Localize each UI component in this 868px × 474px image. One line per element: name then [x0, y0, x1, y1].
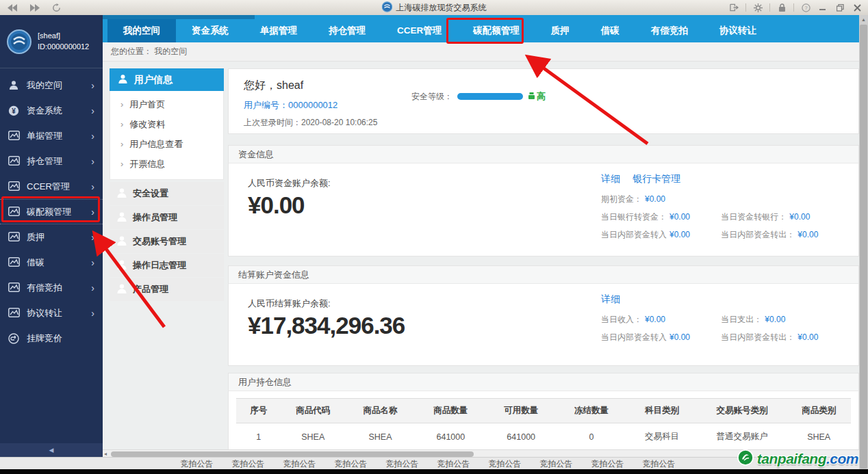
sidebar-item-ccer[interactable]: CCER管理 ›: [0, 174, 103, 199]
sidebar-item-label: CCER管理: [27, 181, 70, 193]
sidebar-item-funds[interactable]: ¥ 资金系统 ›: [0, 98, 103, 123]
auction-notice-link[interactable]: 竞拍公告: [437, 458, 470, 470]
submenu-section-operation-log-mgmt[interactable]: 操作日志管理: [110, 254, 224, 277]
tab-agreement-transfer[interactable]: 协议转让: [704, 19, 772, 42]
settings-gear-icon[interactable]: [752, 3, 763, 12]
sidebar-profile: [sheaf] ID:0000000012: [0, 15, 103, 68]
security-high-icon: [528, 92, 535, 102]
table-row[interactable]: 1 SHEA SHEA 641000 641000 0 交易科目 普通交易账户 …: [236, 423, 851, 451]
restore-button[interactable]: [834, 3, 845, 12]
internal-out-value: ¥0.00: [797, 230, 818, 239]
chevron-right-icon: ›: [91, 131, 94, 141]
auction-notice-link[interactable]: 竞拍公告: [489, 458, 522, 470]
browser-back-icon[interactable]: [7, 3, 18, 12]
tab-documents[interactable]: 单据管理: [244, 19, 313, 42]
chevron-right-icon: ›: [91, 81, 94, 90]
person-icon: [8, 80, 20, 90]
sidebar-item-carbon-quota[interactable]: 碳配额管理 ›: [0, 199, 103, 224]
tab-pledge[interactable]: 质押: [535, 19, 585, 42]
logout-icon[interactable]: [728, 3, 739, 12]
tab-ccer[interactable]: CCER管理: [381, 19, 457, 42]
sidebar-item-label: 借碳: [27, 256, 44, 269]
close-button[interactable]: [852, 3, 863, 12]
vertical-scrollbar[interactable]: ▲: [859, 15, 868, 469]
tab-funds-system[interactable]: 资金系统: [176, 19, 244, 42]
browser-forward-icon[interactable]: [29, 3, 40, 12]
browser-refresh-icon[interactable]: [51, 3, 62, 12]
help-icon[interactable]: ?: [800, 3, 811, 12]
minimize-button[interactable]: [817, 3, 828, 12]
breadcrumb-current: 我的空间: [154, 47, 187, 56]
bottom-strip: [0, 469, 868, 474]
sidebar-item-label: 单据管理: [27, 130, 62, 142]
submenu-link-invoice-info[interactable]: › 开票信息: [110, 154, 223, 174]
submenu-section-trading-account-mgmt[interactable]: 交易账号管理: [110, 230, 224, 253]
auction-notice-link[interactable]: 竞拍公告: [232, 458, 265, 470]
tab-carbon-quota[interactable]: 碳配额管理: [457, 19, 535, 42]
sidebar-item-label: 碳配额管理: [27, 206, 71, 218]
settlement-detail-link[interactable]: 详细: [601, 293, 620, 306]
last-login-label: 上次登录时间：: [244, 118, 301, 127]
funds-detail-link[interactable]: 详细: [601, 173, 620, 185]
security-level-bar: [457, 93, 523, 100]
auction-notice-link[interactable]: 竞拍公告: [181, 458, 214, 470]
auction-notice-link[interactable]: 竞拍公告: [386, 458, 419, 470]
auction-notice-link[interactable]: 竞拍公告: [643, 458, 676, 470]
settle-internal-in-value: ¥0.00: [669, 332, 690, 342]
settlement-balance-label: 人民币结算账户余额:: [248, 298, 331, 310]
submenu-header-label: 用户信息: [134, 74, 173, 86]
sidebar-user-id: ID:0000000012: [38, 42, 89, 53]
tab-my-space[interactable]: 我的空间: [107, 19, 176, 42]
col-header: 可用数量: [486, 399, 557, 423]
daily-expense-value: ¥0.00: [765, 315, 785, 324]
submenu-sections: 安全设置 操作员管理 交易账号管理 操作日志管理 产品管理: [110, 182, 224, 301]
sidebar-item-my-space[interactable]: 我的空间 ›: [0, 73, 103, 98]
auction-notice-link[interactable]: 竞拍公告: [283, 458, 316, 470]
bank-in-value: ¥0.00: [669, 212, 690, 222]
sidebar-item-agreement-transfer[interactable]: 协议转让 ›: [0, 300, 103, 326]
auction-notice-link[interactable]: 竞拍公告: [540, 458, 573, 470]
sidebar-item-listing-bidding[interactable]: 挂牌竞价: [0, 326, 103, 351]
sidebar-item-borrow-carbon[interactable]: 借碳 ›: [0, 250, 103, 275]
submenu-link-view-user-info[interactable]: › 用户信息查看: [110, 134, 223, 154]
chart-icon: [8, 207, 20, 217]
settle-internal-out-label: 当日内部资金转出：: [721, 332, 795, 342]
auction-notice-link[interactable]: 竞拍公告: [335, 458, 368, 470]
security-level: 安全等级： 高: [411, 90, 546, 103]
scroll-up-icon[interactable]: ▲: [859, 15, 868, 24]
vertical-scroll-thumb[interactable]: [860, 25, 867, 469]
breadcrumb: 您的位置： 我的空间: [103, 42, 859, 62]
daily-expense-label: 当日支出：: [721, 315, 762, 324]
chart-icon: [8, 232, 20, 242]
submenu-section-operator-mgmt[interactable]: 操作员管理: [110, 206, 224, 229]
chevron-right-icon: ›: [91, 258, 94, 267]
sidebar-item-positions[interactable]: 持仓管理 ›: [0, 148, 103, 174]
lock-icon[interactable]: [776, 3, 787, 12]
horizontal-scroll-thumb[interactable]: [111, 451, 474, 457]
submenu-link-user-home[interactable]: › 用户首页: [110, 94, 223, 114]
tab-positions[interactable]: 持仓管理: [313, 19, 381, 42]
submenu-section-security-settings[interactable]: 安全设置: [110, 182, 224, 205]
auction-notice-link[interactable]: 竞拍公告: [591, 458, 624, 470]
sidebar-collapse-button[interactable]: ◀: [0, 443, 103, 457]
positions-section: 用户持仓信息 序号 商品代码 商品名称 商品数量 可用数量: [228, 373, 859, 450]
bank-card-mgmt-link[interactable]: 银行卡管理: [633, 173, 680, 185]
tab-paid-auction[interactable]: 有偿竞拍: [635, 19, 704, 42]
scroll-left-icon[interactable]: ◂: [104, 450, 107, 458]
submenu-section-product-mgmt[interactable]: 产品管理: [110, 278, 224, 301]
tab-borrow-carbon[interactable]: 借碳: [585, 19, 635, 42]
person-icon: [116, 235, 127, 248]
sidebar-item-documents[interactable]: 单据管理 ›: [0, 123, 103, 148]
sidebar-item-paid-auction[interactable]: 有偿竞拍 ›: [0, 275, 103, 300]
submenu-section-label: 交易账号管理: [133, 235, 186, 248]
cell-product-code: SHEA: [281, 423, 345, 451]
chart-icon: [8, 257, 20, 267]
chevron-right-icon: ›: [91, 157, 94, 166]
submenu-link-edit-profile[interactable]: › 修改资料: [110, 114, 223, 134]
chevron-right-icon: ›: [91, 308, 94, 318]
funds-balance-label: 人民币资金账户余额:: [248, 177, 331, 189]
window-title: 上海碳排放现货交易系统: [396, 2, 487, 14]
sidebar-item-pledge[interactable]: 质押 ›: [0, 224, 103, 250]
app-logo-icon: [382, 1, 393, 14]
submenu-link-label: 修改资料: [129, 118, 165, 131]
